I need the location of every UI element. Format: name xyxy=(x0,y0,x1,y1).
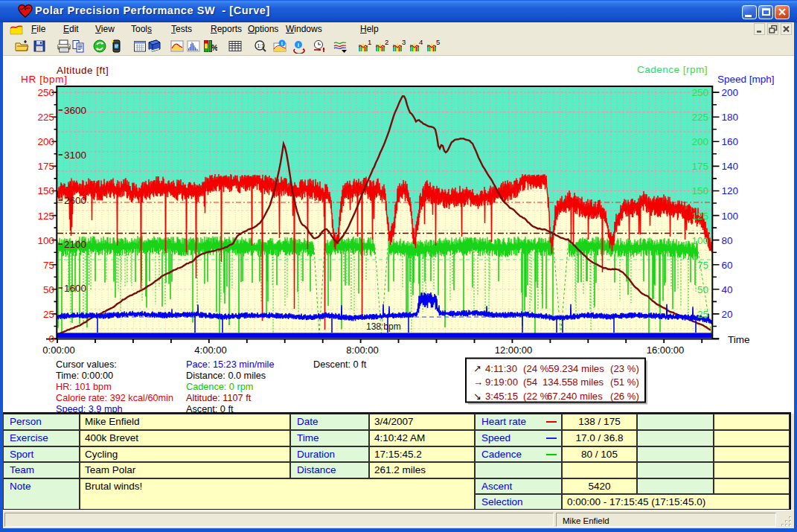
svg-text:Ascent: 0 ft: Ascent: 0 ft xyxy=(186,404,234,414)
svg-text:80: 80 xyxy=(722,235,733,246)
svg-text:Speed [mph]: Speed [mph] xyxy=(717,74,775,85)
svg-text:134.558 miles: 134.558 miles xyxy=(542,376,604,388)
svg-text:HR [bpm]: HR [bpm] xyxy=(21,74,68,85)
svg-text:(51 %): (51 %) xyxy=(610,376,639,388)
svg-text:4:00:00: 4:00:00 xyxy=(194,344,226,356)
svg-text:25: 25 xyxy=(43,309,54,320)
svg-text:2100: 2100 xyxy=(64,239,86,250)
svg-text:(54: (54 xyxy=(523,376,537,388)
svg-text:100: 100 xyxy=(691,235,708,246)
svg-text:3:45:15: 3:45:15 xyxy=(485,391,518,402)
svg-text:120: 120 xyxy=(722,185,739,196)
svg-text:125: 125 xyxy=(691,211,708,222)
svg-text:8:00:00: 8:00:00 xyxy=(346,344,378,356)
svg-text:3600: 3600 xyxy=(64,105,86,116)
svg-text:Cadence: 0 rpm: Cadence: 0 rpm xyxy=(186,382,253,392)
svg-text:Altitude: 1107 ft: Altitude: 1107 ft xyxy=(186,393,252,403)
svg-text:Cadence [rpm]: Cadence [rpm] xyxy=(637,64,708,75)
svg-text:250: 250 xyxy=(691,87,708,98)
svg-text:Speed: 3.9 mph: Speed: 3.9 mph xyxy=(56,404,123,414)
svg-text:↘: ↘ xyxy=(473,391,481,402)
svg-text:140: 140 xyxy=(722,161,739,172)
svg-text:25: 25 xyxy=(697,309,708,320)
svg-text:20: 20 xyxy=(722,309,733,320)
svg-text:160: 160 xyxy=(722,136,739,147)
svg-text:1600: 1600 xyxy=(64,283,86,294)
svg-text:60: 60 xyxy=(722,260,733,271)
svg-text:100: 100 xyxy=(37,235,54,246)
svg-text:75: 75 xyxy=(697,260,708,271)
svg-text:225: 225 xyxy=(37,112,54,123)
svg-text:225: 225 xyxy=(691,112,708,123)
svg-text:3100: 3100 xyxy=(64,150,86,161)
svg-text:↗: ↗ xyxy=(473,363,481,374)
svg-text:150: 150 xyxy=(37,185,54,196)
svg-text:(23 %): (23 %) xyxy=(610,363,639,374)
svg-text:(26 %): (26 %) xyxy=(610,391,639,402)
svg-text:12:00:00: 12:00:00 xyxy=(495,344,533,356)
svg-text:150: 150 xyxy=(691,185,708,196)
svg-text:75: 75 xyxy=(43,260,54,271)
svg-text:4:11:30: 4:11:30 xyxy=(485,363,517,374)
svg-text:(24 %: (24 % xyxy=(523,363,549,374)
svg-text:9:19:00: 9:19:00 xyxy=(485,376,518,388)
svg-text:175: 175 xyxy=(691,161,708,172)
svg-text:Time: 0:00:00: Time: 0:00:00 xyxy=(56,371,113,381)
svg-text:0:00:00: 0:00:00 xyxy=(42,344,74,356)
svg-text:59.234 miles: 59.234 miles xyxy=(548,363,604,374)
svg-text:0: 0 xyxy=(48,333,54,344)
svg-text:100: 100 xyxy=(722,211,739,222)
svg-text:138 bpm: 138 bpm xyxy=(366,321,401,332)
svg-text:40: 40 xyxy=(722,284,733,295)
svg-text:HR: 101 bpm: HR: 101 bpm xyxy=(56,382,112,392)
svg-text:50: 50 xyxy=(43,284,54,295)
svg-text:Pace: 15:23 min/mile: Pace: 15:23 min/mile xyxy=(186,359,274,370)
svg-text:Descent: 0 ft: Descent: 0 ft xyxy=(313,359,367,370)
svg-text:200: 200 xyxy=(722,87,739,98)
svg-text:Cursor values:: Cursor values: xyxy=(56,359,117,370)
svg-text:Distance: 0.0 miles: Distance: 0.0 miles xyxy=(186,371,266,381)
svg-text:175: 175 xyxy=(37,161,54,172)
svg-text:→: → xyxy=(473,376,483,388)
svg-text:Time: Time xyxy=(728,334,750,345)
svg-text:67.240 miles: 67.240 miles xyxy=(547,391,603,402)
svg-text:125: 125 xyxy=(37,211,54,222)
svg-text:16:00:00: 16:00:00 xyxy=(647,344,685,356)
svg-text:Calorie rate: 392 kcal/60min: Calorie rate: 392 kcal/60min xyxy=(56,393,173,403)
svg-text:(22 %: (22 % xyxy=(523,391,549,402)
svg-text:250: 250 xyxy=(37,87,54,98)
svg-text:50: 50 xyxy=(697,284,708,295)
svg-text:180: 180 xyxy=(722,112,739,123)
svg-text:2600: 2600 xyxy=(64,195,86,206)
svg-text:200: 200 xyxy=(37,136,54,147)
svg-text:200: 200 xyxy=(691,136,708,147)
